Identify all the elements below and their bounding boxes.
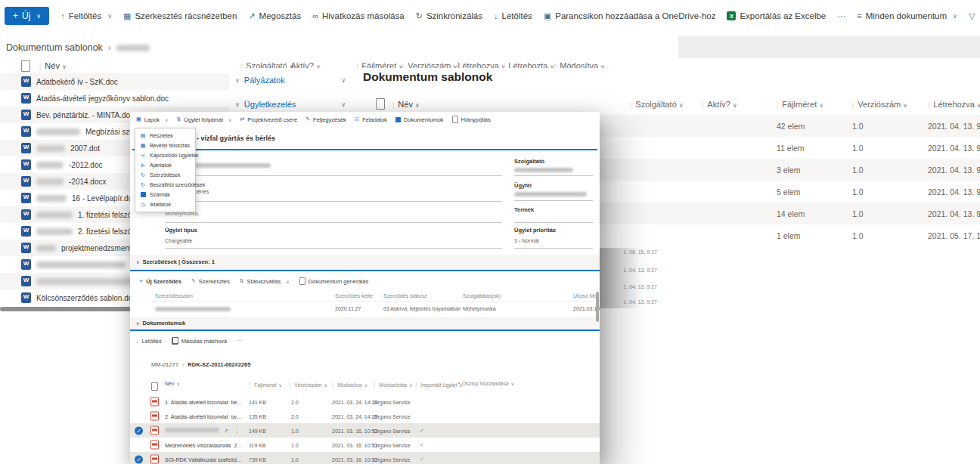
field-underline — [514, 175, 593, 176]
column-header-szolgaltato[interactable]: Szolgáltató — [630, 100, 684, 109]
download-button[interactable]: Letöltés — [136, 338, 162, 345]
breadcrumb-root[interactable]: Dokumentum sablonok — [6, 42, 103, 53]
menu-item-reszletek[interactable]: Részletek — [135, 131, 195, 141]
word-file-icon — [21, 259, 31, 270]
copy-to-button[interactable]: Másolás máshová — [172, 337, 227, 345]
field-underline — [514, 248, 593, 249]
menu-item-iktatasok[interactable]: Iktatások — [135, 200, 195, 209]
tab-hianypotlas[interactable]: Hiánypótlás — [452, 116, 491, 123]
more-button[interactable] — [237, 338, 242, 344]
group-row-palyazatok[interactable]: Pályázatok — [229, 68, 353, 92]
more-commands-button[interactable] — [837, 11, 845, 21]
menu-item-szamlak[interactable]: Számlák — [135, 190, 195, 200]
contract-col-szam[interactable]: Szerződésszám — [155, 293, 193, 299]
edit-grid-button[interactable]: Szerkesztés rácsnézetben — [123, 11, 237, 21]
document-icon — [395, 117, 401, 122]
onedrive-shortcut-button[interactable]: Parancsikon hozzáadása a OneDrive-hoz — [544, 11, 716, 21]
new-button[interactable]: Új — [5, 7, 49, 25]
word-file-icon — [21, 243, 31, 253]
vertical-scrollbar[interactable] — [596, 292, 599, 322]
contract-col-utolso[interactable]: Utolsó Mó — [573, 293, 597, 299]
field-value-type[interactable]: Chargeable — [165, 238, 192, 243]
filter-button[interactable] — [969, 11, 975, 21]
column-header-verzioszam[interactable]: Verziószám — [852, 100, 907, 109]
doc-col-fajlmeret[interactable]: Fájlméret — [249, 381, 282, 388]
breadcrumb-separator-icon — [182, 361, 185, 368]
share-button[interactable]: Megosztás — [248, 11, 301, 21]
selected-check-icon[interactable] — [135, 426, 143, 435]
more-options-icon[interactable] — [234, 456, 240, 462]
details-icon — [140, 133, 146, 139]
redacted-text — [116, 45, 150, 51]
tab-dokumentumok[interactable]: Dokumentumok — [395, 116, 444, 123]
pdf-file-row[interactable]: 1_Átadás-átvételi bizonylat_bérlés_2020.… — [130, 394, 600, 409]
generate-document-button[interactable]: Dokumentum generálás — [299, 277, 369, 285]
group-link[interactable]: Pályázatok — [244, 76, 285, 85]
contract-col-kelte[interactable]: Szerződés kelte — [335, 293, 373, 299]
offer-icon — [140, 162, 146, 169]
export-excel-button[interactable]: Exportálás az Excelbe — [727, 11, 826, 20]
chevron-down-icon — [62, 63, 67, 70]
add-column-button[interactable]: Oszlop hozzáadása — [457, 381, 514, 386]
doc-col-verzioszam[interactable]: Verziószám — [289, 381, 327, 388]
menu-item-kapcsolodo-ugyletek[interactable]: Kapcsolódó ügyletek — [135, 150, 195, 160]
upload-button[interactable]: Feltöltés — [60, 11, 112, 20]
pdf-file-row-selected[interactable]: 149 KB 1.0 2021. 03. 16. 10:52 Organo Se… — [130, 423, 600, 438]
column-header-letrehozva[interactable]: Létrehozva — [928, 100, 980, 109]
copy-link-button[interactable]: Hivatkozás másolása — [312, 11, 405, 20]
column-header-name[interactable]: Név — [392, 100, 420, 109]
redacted-text — [36, 212, 73, 218]
tab-ugylet-folyamat[interactable]: Ügylet folyamat — [176, 116, 231, 123]
menu-item-ajanlatok[interactable]: Ajánlatok — [135, 160, 195, 170]
pdf-file-row-selected[interactable]: SOI-RDK Vállalkozási szerződé... 739 KB … — [130, 452, 600, 464]
copy-icon — [172, 337, 178, 345]
chevron-down-icon — [136, 320, 139, 326]
contract-col-statusz[interactable]: Szerződés státusz — [383, 293, 426, 299]
menu-item-beszallitoi-szerzodesek[interactable]: Beszállítói szerződések — [135, 180, 195, 190]
view-selector[interactable]: Minden dokumentum — [857, 11, 957, 20]
doc-col-modositotta[interactable]: Módosította — [374, 381, 412, 388]
status-icon — [240, 278, 244, 284]
doc-col-nev[interactable]: Név — [165, 381, 180, 386]
menu-item-bevetel-felosztas[interactable]: Bevétel felosztás — [135, 141, 195, 150]
tab-projektvezeto-csere[interactable]: Projektvezető csere — [240, 116, 297, 123]
group-link[interactable]: Ügyletkezelés — [244, 100, 296, 109]
tab-lapok[interactable]: Lapok — [136, 116, 168, 123]
contract-col-szolgaltatas[interactable]: Szolgáltatás(ok) — [463, 293, 501, 299]
word-file-icon — [21, 110, 31, 120]
chevron-down-icon — [136, 259, 139, 264]
share-person-icon[interactable] — [224, 456, 228, 462]
section-underline — [130, 329, 600, 331]
documents-section-band[interactable] — [130, 317, 600, 330]
imported-check-icon — [420, 442, 424, 448]
filter-icon — [969, 11, 975, 21]
selected-check-icon[interactable] — [135, 455, 143, 463]
column-header-aktiv[interactable]: Aktív? — [702, 100, 737, 109]
field-label-customer: Ügyfél — [514, 182, 532, 189]
sync-button[interactable]: Szinkronizálás — [416, 11, 482, 21]
field-value-priority[interactable]: 3 - Normál — [514, 238, 539, 243]
documents-section-header[interactable]: Dokumentumok — [136, 320, 185, 326]
chevron-down-icon — [107, 13, 112, 20]
task-icon — [355, 116, 359, 122]
tab-feljegyzesek[interactable]: Feljegyzések — [305, 116, 346, 123]
pdf-icon — [150, 454, 159, 464]
tab-feladatok[interactable]: Feladatok — [355, 116, 387, 123]
breadcrumb-folder[interactable]: MM-01277 — [151, 361, 178, 368]
field-underline — [165, 248, 502, 249]
column-header-fajlmeret[interactable]: Fájlméret — [777, 100, 823, 109]
status-change-button[interactable]: Státuszváltás — [240, 278, 290, 285]
edit-contract-button[interactable]: Szerkesztés — [191, 278, 230, 285]
contracts-section-header[interactable]: Szerződések | Összesen: 1 — [136, 258, 215, 265]
menu-item-szerzodesek[interactable]: Szerződések — [135, 170, 195, 180]
doc-col-modositva[interactable]: Módosítva — [332, 381, 368, 388]
edit-icon — [191, 278, 196, 284]
download-button[interactable]: Letöltés — [494, 11, 532, 20]
pdf-file-row[interactable]: 2_Átadás-átvételi bizonylat_gyártás_2021… — [130, 409, 600, 423]
column-header-name[interactable]: Név — [39, 61, 67, 70]
pdf-file-row[interactable]: Megrendelés visszaigazolás_2020.11.27.pd… — [130, 438, 600, 452]
new-contract-button[interactable]: Új Szerződés — [139, 277, 181, 285]
more-options-icon[interactable] — [234, 428, 240, 434]
doc-col-importalt[interactable]: Importált ügylet — [415, 381, 463, 388]
share-person-icon[interactable] — [224, 428, 228, 434]
